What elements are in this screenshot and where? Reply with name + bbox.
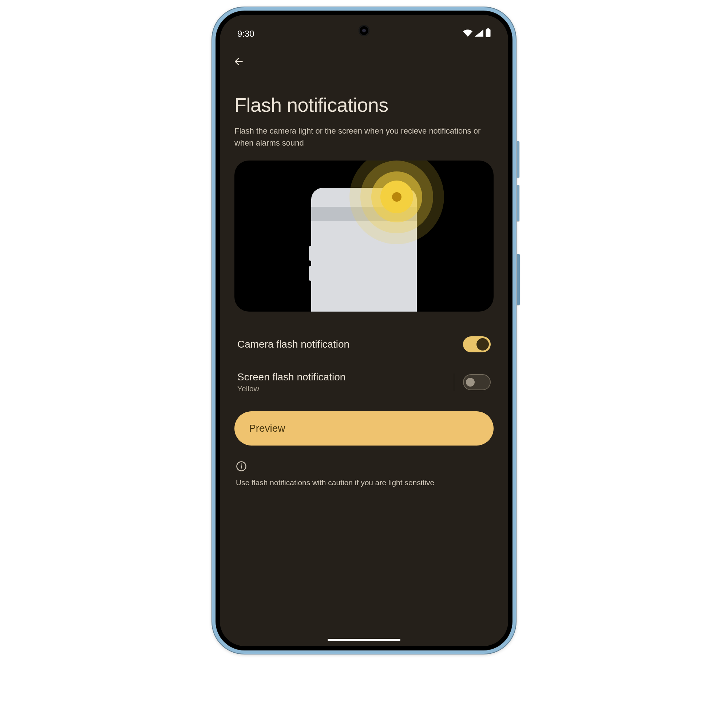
camera-flash-label: Camera flash notification xyxy=(237,338,463,350)
status-time: 9:30 xyxy=(237,29,254,39)
phone-bezel: 9:30 Flash xyxy=(216,11,512,650)
page-title: Flash notifications xyxy=(234,93,494,116)
preview-button[interactable]: Preview xyxy=(234,411,494,445)
volume-up-button[interactable] xyxy=(517,141,519,177)
camera-flash-setting-row[interactable]: Camera flash notification xyxy=(234,327,494,362)
screen-flash-label: Screen flash notification xyxy=(237,371,454,383)
svg-point-2 xyxy=(241,463,242,465)
screen-flash-toggle[interactable] xyxy=(463,374,491,390)
preview-button-label: Preview xyxy=(249,423,285,434)
navigation-handle[interactable] xyxy=(327,639,401,641)
phone-device-frame: 9:30 Flash xyxy=(211,6,517,655)
screen: 9:30 Flash xyxy=(220,15,508,646)
front-camera-icon xyxy=(359,25,369,36)
caution-block: Use flash notifications with caution if … xyxy=(234,461,494,488)
volume-down-button[interactable] xyxy=(517,185,519,221)
battery-icon xyxy=(486,28,491,39)
back-button[interactable] xyxy=(230,53,248,70)
content-area: Flash notifications Flash the camera lig… xyxy=(220,72,508,646)
info-icon xyxy=(236,461,247,472)
setting-divider xyxy=(454,373,454,391)
wifi-icon xyxy=(463,29,473,39)
page-subtitle: Flash the camera light or the screen whe… xyxy=(234,125,494,149)
signal-icon xyxy=(475,29,483,39)
power-button[interactable] xyxy=(517,254,520,305)
screen-flash-color-value: Yellow xyxy=(237,384,454,393)
caution-text: Use flash notifications with caution if … xyxy=(236,477,492,488)
screen-flash-setting-row[interactable]: Screen flash notification Yellow xyxy=(234,362,494,402)
camera-flash-toggle[interactable] xyxy=(463,336,491,352)
flash-illustration xyxy=(234,161,494,312)
app-bar xyxy=(220,43,508,72)
